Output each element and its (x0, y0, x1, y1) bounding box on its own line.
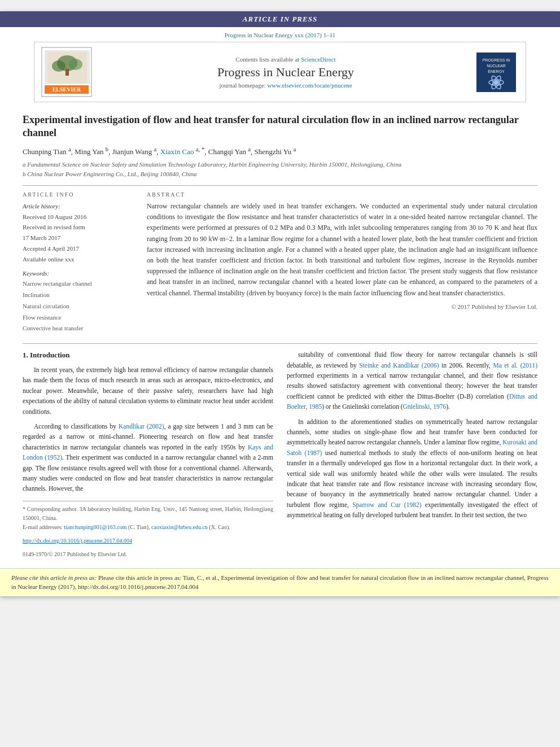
history-label: Article history: (23, 201, 135, 212)
elsevier-label: ELSEVIER (45, 85, 89, 94)
journal-logo-right: PROGRESS IN NUCLEAR ENERGY (474, 53, 519, 92)
homepage-line: journal homepage: www.elsevier.com/locat… (98, 82, 474, 89)
sciencedirect-link[interactable]: ScienceDirect (301, 56, 336, 63)
svg-text:PROGRESS IN: PROGRESS IN (483, 58, 510, 62)
affiliation-b: b China Nuclear Power Engineering Co., L… (23, 169, 537, 179)
email2-link[interactable]: caoxiaxin@hrbeu.edu.cn (151, 524, 208, 530)
svg-rect-2 (65, 69, 69, 76)
ref-steinke[interactable]: Steinke and Kandlikar (2006) (359, 362, 439, 369)
col2-para1: suitability of conventional fluid flow t… (287, 350, 537, 412)
intro-heading: 1. Introduction (23, 350, 273, 361)
keyword-3: Natural circulation (23, 301, 135, 312)
ref-sparrow[interactable]: Sparrow and Cur (1982) (352, 501, 421, 508)
doi-line: Progress in Nuclear Energy xxx (2017) 1–… (23, 32, 537, 38)
article-info-column: ARTICLE INFO Article history: Received 1… (23, 191, 135, 334)
authors-line: Chunping Tian a, Ming Yan b, Jianjun Wan… (23, 146, 537, 156)
ref-ma[interactable]: Ma et al. (2011) (493, 362, 537, 369)
author-mingyan: Ming Yan (75, 147, 106, 156)
footnotes: * Corresponding author. 3A laboratory bu… (23, 501, 273, 532)
contents-line: Contents lists available at ScienceDirec… (98, 56, 474, 63)
author-jianjun: Jianjun Wang (112, 147, 154, 156)
banner-text: ARTICLE IN PRESS (243, 15, 317, 23)
abstract-label: ABSTRACT (147, 191, 537, 198)
intro-para1: In recent years, the extremely high heat… (23, 365, 273, 417)
author-xiaxin[interactable]: Xiaxin Cao (160, 147, 196, 156)
elsevier-logo-left: ELSEVIER (41, 47, 98, 97)
affiliation-a: a Fundamental Science on Nuclear Safety … (23, 160, 537, 169)
doi-link[interactable]: http://dx.doi.org/10.1016/j.pnucene.2017… (23, 538, 132, 544)
body-col-left: 1. Introduction In recent years, the ext… (23, 350, 273, 558)
svg-text:ENERGY: ENERGY (488, 69, 505, 73)
affiliations: a Fundamental Science on Nuclear Safety … (23, 160, 537, 178)
abstract-text: Narrow rectangular channels are widely u… (147, 201, 537, 299)
citation-bar: Please cite this article in press as: Pl… (0, 568, 560, 596)
copyright-line: © 2017 Published by Elsevier Ltd. (147, 303, 537, 310)
email1-link[interactable]: tianchunping001@163.com (64, 524, 126, 530)
accepted-date: Accepted 4 April 2017 (23, 243, 135, 254)
issn-footer: 0149-1970/© 2017 Published by Elsevier L… (23, 550, 273, 559)
homepage-link[interactable]: www.elsevier.com/locate/pnucene (267, 82, 352, 89)
article-in-press-banner: ARTICLE IN PRESS (0, 11, 560, 27)
revised-date: 17 March 2017 (23, 233, 135, 243)
section-divider (23, 185, 537, 186)
ref-kays[interactable]: Kays and London (1952) (23, 444, 273, 461)
svg-text:NUCLEAR: NUCLEAR (487, 64, 505, 68)
author-shengzhi: Shengzhi Yu (255, 147, 294, 156)
email-footnote: E-mail addresses: tianchunping001@163.co… (23, 523, 273, 532)
journal-title: Progress in Nuclear Energy (98, 65, 474, 80)
keywords-list: Narrow rectangular channel Inclination N… (23, 278, 135, 334)
intro-para2: According to classifications by Kandlika… (23, 421, 273, 494)
keyword-5: Convective heat transfer (23, 323, 135, 334)
corresponding-footnote: * Corresponding author. 3A laboratory bu… (23, 505, 273, 523)
article-info-label: ARTICLE INFO (23, 191, 135, 198)
received-date: Received 10 August 2016 (23, 212, 135, 222)
article-title: Experimental investigation of flow and h… (23, 113, 537, 140)
col2-para2: In addition to the aforementioned studie… (287, 417, 537, 521)
doi-footer: http://dx.doi.org/10.1016/j.pnucene.2017… (23, 536, 273, 545)
received-revised-label: Received in revised form (23, 222, 135, 233)
abstract-column: ABSTRACT Narrow rectangular channels are… (147, 191, 537, 334)
journal-center: Contents lists available at ScienceDirec… (98, 56, 474, 89)
keyword-1: Narrow rectangular channel (23, 278, 135, 290)
ref-kandlikar[interactable]: Kandlikar (2002) (119, 423, 164, 430)
svg-point-3 (52, 60, 65, 72)
article-history: Article history: Received 10 August 2016… (23, 201, 135, 264)
author-chunping: Chunping Tian (23, 147, 68, 156)
body-col-right: suitability of conventional fluid flow t… (287, 350, 537, 558)
ref-kurosaki[interactable]: Kurosaki and Satoh (1987) (287, 439, 537, 456)
keyword-2: Inclination (23, 290, 135, 301)
svg-point-9 (494, 80, 498, 85)
svg-point-4 (69, 59, 82, 70)
author-changqi: Changqi Yan (208, 147, 248, 156)
keyword-4: Flow resistance (23, 312, 135, 324)
available-online: Available online xxx (23, 254, 135, 265)
keywords-label: Keywords: (23, 270, 135, 277)
ref-gnielinski[interactable]: Gnielinski, 1976 (403, 403, 447, 410)
